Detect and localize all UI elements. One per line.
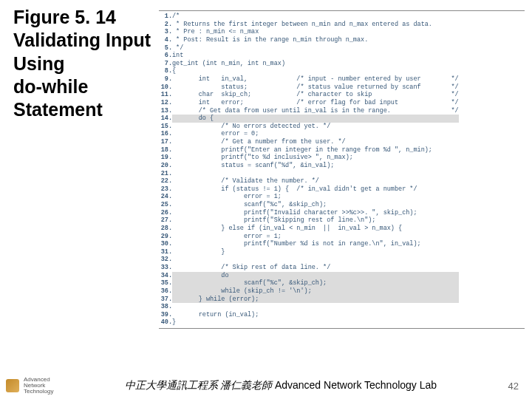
line-number: 11. [159, 91, 172, 99]
line-number: 5. [159, 44, 172, 52]
line-number: 40. [159, 318, 172, 327]
code-line: 7.get_int (int n_min, int n_max) [159, 60, 459, 68]
code-line: 37. } while (error); [159, 296, 459, 304]
line-number: 21. [159, 170, 172, 178]
line-number: 16. [159, 130, 172, 138]
code-text: if (status != 1) { /* in_val didn't get … [172, 185, 459, 194]
code-text: status; /* status value returned by scan… [172, 83, 459, 92]
lab-logo-icon [6, 379, 19, 392]
line-number: 13. [159, 107, 172, 115]
slide-title: Figure 5. 14 Validating Input Using do-w… [13, 6, 161, 121]
line-number: 30. [159, 240, 172, 248]
line-number: 17. [159, 138, 172, 146]
title-line: Statement [13, 99, 103, 120]
code-line: 31. } [159, 248, 459, 256]
line-number: 38. [159, 303, 172, 311]
line-number: 4. [159, 36, 172, 44]
code-text: /* Skip rest of data line. */ [172, 264, 459, 272]
code-line: 19. printf("to %d inclusive> ", n_max); [159, 154, 459, 162]
code-text: error = 1; [172, 193, 459, 201]
code-text: */ [172, 44, 459, 52]
line-number: 12. [159, 99, 172, 107]
code-line: 8.{ [159, 67, 459, 75]
line-number: 18. [159, 146, 172, 154]
code-line: 27. printf("Skipping rest of line.\n"); [159, 216, 459, 225]
code-text: } else if (in_val < n_min || in_val > n_… [172, 225, 459, 233]
code-text: } [172, 248, 459, 256]
code-line: 11. char skip_ch; /* character to skip *… [159, 91, 459, 99]
title-line: Figure 5. 14 [13, 7, 116, 27]
code-text: printf("Invalid character >>%c>>. ", ski… [172, 209, 459, 217]
code-line: 3. * Pre : n_min <= n_max [159, 28, 459, 36]
code-text: error = 1; [172, 233, 459, 241]
line-number: 33. [159, 264, 172, 272]
lab-logo-text: Advanced Network Technology [24, 377, 53, 395]
line-number: 27. [159, 216, 172, 225]
code-text: scanf("%c", &skip_ch); [172, 279, 459, 287]
code-line: 2. * Returns the first integer between n… [159, 21, 459, 29]
line-number: 9. [159, 75, 172, 83]
code-line: 28. } else if (in_val < n_min || in_val … [159, 225, 459, 233]
line-number: 25. [159, 201, 172, 209]
code-line: 9. int in_val, /* input - number entered… [159, 75, 459, 83]
line-number: 8. [159, 67, 172, 75]
code-line: 5. */ [159, 44, 459, 52]
code-line: 21. [159, 170, 459, 178]
code-text [172, 170, 459, 178]
code-text: * Returns the first integer between n_mi… [172, 21, 459, 29]
code-text: } while (error); [172, 296, 459, 304]
code-text: * Post: Result is in the range n_min thr… [172, 36, 459, 44]
code-text: do [172, 272, 459, 280]
code-text: int error; /* error flag for bad input *… [172, 99, 459, 107]
code-text: /* No errors detected yet. */ [172, 123, 459, 131]
line-number: 39. [159, 311, 172, 319]
title-line: do-while [13, 76, 88, 97]
code-text: /* Get a number from the user. */ [172, 138, 459, 146]
line-number: 20. [159, 162, 172, 170]
code-line: 34. do [159, 272, 459, 280]
code-line: 15. /* No errors detected yet. */ [159, 123, 459, 131]
code-text: char skip_ch; /* character to skip */ [172, 91, 459, 99]
line-number: 29. [159, 233, 172, 241]
code-line: 13. /* Get data from user until in_val i… [159, 107, 459, 115]
code-line: 14. do { [159, 115, 459, 123]
line-number: 14. [159, 115, 172, 123]
code-text: error = 0; [172, 130, 459, 138]
code-line: 30. printf("Number %d is not in range.\n… [159, 240, 459, 248]
code-line: 36. while (skip_ch != '\n'); [159, 287, 459, 296]
line-number: 32. [159, 256, 172, 264]
page-number: 42 [508, 381, 532, 392]
code-text: } [172, 318, 459, 327]
code-line: 18. printf("Enter an integer in the rang… [159, 146, 459, 154]
code-line: 29. error = 1; [159, 233, 459, 241]
line-number: 26. [159, 209, 172, 217]
line-number: 28. [159, 225, 172, 233]
line-number: 15. [159, 123, 172, 131]
code-text: while (skip_ch != '\n'); [172, 287, 459, 296]
code-text: get_int (int n_min, int n_max) [172, 60, 459, 68]
footer-center-text: 中正大學通訊工程系 潘仁義老師 Advanced Network Technol… [53, 379, 508, 392]
line-number: 31. [159, 248, 172, 256]
code-text: return (in_val); [172, 311, 459, 319]
line-number: 34. [159, 272, 172, 280]
code-line: 6.int [159, 52, 459, 60]
code-text: /* Validate the number. */ [172, 177, 459, 185]
code-text: /* [172, 13, 459, 21]
code-line: 25. scanf("%c", &skip_ch); [159, 201, 459, 209]
code-text: int [172, 52, 459, 60]
code-line: 12. int error; /* error flag for bad inp… [159, 99, 459, 107]
code-text: { [172, 67, 459, 75]
code-text: scanf("%c", &skip_ch); [172, 201, 459, 209]
line-number: 36. [159, 287, 172, 296]
line-number: 23. [159, 185, 172, 194]
line-number: 37. [159, 296, 172, 304]
code-text: printf("Skipping rest of line.\n"); [172, 216, 459, 225]
code-line: 24. error = 1; [159, 193, 459, 201]
code-line: 16. error = 0; [159, 130, 459, 138]
slide-footer: Advanced Network Technology 中正大學通訊工程系 潘仁… [0, 377, 532, 395]
code-text: printf("Number %d is not in range.\n", i… [172, 240, 459, 248]
line-number: 24. [159, 193, 172, 201]
line-number: 19. [159, 154, 172, 162]
title-line: Validating Input [13, 30, 151, 50]
code-text [172, 256, 459, 264]
